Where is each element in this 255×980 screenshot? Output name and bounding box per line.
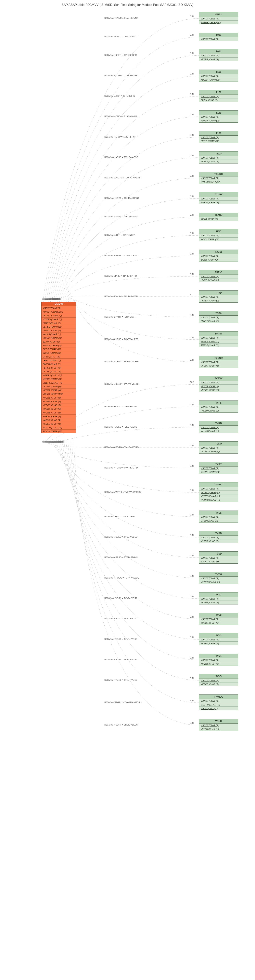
green-row: MANDT [CLNT (3)]: [199, 658, 238, 662]
green-box-t691p: T691PMANDT [CLNT (3)]KABSS [CHAR (4)]: [199, 151, 238, 164]
green-row: MANDT [CLNT (3)]: [199, 381, 238, 385]
green-box-tinc: TINCMANDT [CLNT (3)]INCO1 [CHAR (3)]: [199, 229, 238, 241]
green-row: MANDT [CLNT (3)]: [199, 234, 238, 238]
green-row: MANDT [CLNT (3)]: [199, 487, 238, 491]
green-row: PLTYP [CHAR (2)]: [199, 139, 238, 143]
green-header: TVAST: [199, 331, 238, 336]
green-header: KNA1: [199, 13, 238, 17]
edge-label: 0..N: [190, 336, 194, 339]
edge-label: 0..N: [190, 722, 194, 724]
green-row: KONDA [CHAR (2)]: [199, 119, 238, 123]
green-row: MANDT [CLNT (3)]: [199, 360, 238, 364]
green-row: MANDT [CLNT (3)]: [199, 254, 238, 258]
green-box-kna1: KNA1MANDT [CLNT (3)]KUNNR [CHAR (10)]: [199, 12, 238, 24]
green-header: T000: [199, 33, 238, 37]
edge-label: RJGMVV-VSORT = VBUK-VBELN: [104, 724, 138, 726]
green-row: KKBER [CHAR (4)]: [199, 57, 238, 61]
green-box-tpvd: TPVDMANDT [CLNT (3)]PVKSM [CHAR (2)]: [199, 290, 238, 302]
edge-label: RJGMVV-LIFSD = TVLS-LIFSP: [104, 515, 135, 518]
edge-label: 0..N: [190, 359, 194, 361]
green-row: BZIRK [CHAR (6)]: [199, 99, 238, 102]
green-row: KVGR3 [CHAR (3)]: [199, 642, 238, 645]
edge-label: 1: [190, 294, 191, 296]
green-box-tvv3: TVV3MANDT [CLNT (3)]KVGR3 [CHAR (3)]: [199, 633, 238, 645]
green-header: TVSB: [199, 531, 238, 536]
green-row: STGKU [CHAR (1)]: [199, 560, 238, 563]
diagram-canvas: RJGMVV MANDT [CLNT (3)]KUNNR [CHAR (10)]…: [2, 10, 253, 735]
green-row: VSBED [CHAR (2)]: [199, 539, 238, 543]
green-box-tvtw: TVTWMANDT [CLNT (3)]VTWEG [CHAR (2)]: [199, 572, 238, 584]
main-row: VKORG [CHAR (4)]: [42, 314, 75, 318]
main-row: BZIRK [CHAR (6)]: [42, 340, 75, 344]
green-box-tprio: TPRIOMANDT [CLNT (3)]LPRIO [NUMC (2)]: [199, 270, 238, 282]
green-row: MANDT [CLNT (3)]: [199, 275, 238, 278]
edge-label: 0..N: [190, 195, 194, 197]
edge-label: RJGMVV-INCO1 = TINC-INCO1: [104, 234, 135, 236]
green-row: MANDT [CLNT (3)]: [199, 115, 238, 119]
edge-label: 0..N: [190, 465, 194, 467]
green-box-tspa: TSPAMANDT [CLNT (3)]SPART [CHAR (2)]: [199, 311, 238, 323]
green-box-tjg61: TJG61MANDT [CLNT (3)]IDENT [CHAR (2)]: [199, 250, 238, 262]
edge-label: 0..N: [190, 575, 194, 577]
green-box-t151: T151MANDT [CLNT (3)]KDGRP [CHAR (2)]: [199, 70, 238, 82]
green-row: MANDT [CLNT (3)]: [199, 536, 238, 539]
green-row: MANDT [CLNT (3)]: [199, 405, 238, 409]
green-box-tvv5: TVV5MANDT [CLNT (3)]KVGR5 [CHAR (3)]: [199, 674, 238, 686]
green-row: MEGRU [CHAR (4)]: [199, 703, 238, 706]
green-row: VKGRP [CHAR (3)]: [199, 388, 238, 392]
green-header: TSPA: [199, 311, 238, 316]
edge-label: 0..N: [190, 314, 194, 316]
green-row: MANDT [CLNT (3)]: [199, 679, 238, 682]
green-row: VTWEG [CHAR (2)]: [199, 580, 238, 584]
edge-label: 0..N: [190, 424, 194, 426]
green-row: KTGRD [CHAR (2)]: [199, 470, 238, 474]
main-table: RJGMVV MANDT [CLNT (3)]KUNNR [CHAR (10)]…: [41, 302, 76, 433]
main-row: KALKS [CHAR (1)]: [42, 332, 75, 336]
green-box-t189: T189MANDT [CLNT (3)]PLTYP [CHAR (2)]: [199, 131, 238, 143]
edge-label: 0..N: [190, 555, 194, 557]
edge-label: RJGMVV-VKGRP = TVBVK-VKGRP: [104, 383, 140, 385]
page-title: SAP ABAP table RJGMVV {IS-M/SD: Scr. Fie…: [2, 3, 253, 7]
green-box-tvkwz: TVKWZMANDT [CLNT (3)]VKORG [CHAR (4)]VTW…: [199, 482, 238, 502]
green-header: TVV2: [199, 613, 238, 617]
green-row: PVKSM [CHAR (2)]: [199, 299, 238, 302]
edge-label: 0..N: [190, 34, 194, 36]
green-box-tvls: TVLSMANDT [CLNT (3)]LIFSP [CHAR (2)]: [199, 511, 238, 523]
green-row: VKORG [CHAR (4)]: [199, 450, 238, 453]
edge-label: 0..N: [190, 214, 194, 216]
edge-label: RJGMVV-SPART = TSPA-SPART: [104, 316, 137, 318]
green-header: TVBUR: [199, 356, 238, 360]
green-row: SPART [CHAR (2)]: [199, 319, 238, 323]
green-row: MEINS [UNIT (3)]: [199, 706, 238, 710]
main-row: LIFSD [CHAR (2)]: [42, 355, 75, 359]
green-row: MANDT [CLNT (3)]: [199, 724, 238, 727]
green-row: VTWEG [CHAR (2)]: [199, 495, 238, 498]
green-box-tvko: TVKOMANDT [CLNT (3)]VKORG [CHAR (4)]: [199, 441, 238, 453]
main-row: VKGRP [CHAR (3)]: [42, 385, 75, 388]
green-header: T188: [199, 111, 238, 115]
green-row: KVGR4 [CHAR (3)]: [199, 662, 238, 666]
green-box-t188: T188MANDT [CLNT (3)]KONDA [CHAR (2)]: [199, 110, 238, 123]
edge-label: RJGMVV-KVGR1 = TVV1-KVGR1: [104, 597, 137, 599]
edge-label: RJGMVV-KDGRP = T151-KDGRP: [104, 74, 138, 76]
green-box-tcurv: TCURVMANDT [CLNT (3)]KURST [CHAR (4)]: [199, 192, 238, 204]
edge-label: RJGMVV-KONDA = T188-KONDA: [104, 115, 138, 118]
green-row: VKBUR [CHAR (4)]: [199, 364, 238, 368]
green-row: MANDT [CLNT (3)]: [199, 617, 238, 621]
edge-label: RJGMVV-FAKSD = TVFS-FAKSP: [104, 405, 137, 407]
green-box-tvsd: TVSDMANDT [CLNT (3)]STGKU [CHAR (1)]: [199, 551, 238, 563]
main-row: VSORT [CHAR (10)]: [42, 392, 75, 396]
main-row: VKBUR [CHAR (4)]: [42, 388, 75, 392]
main-row: KVGR3 [CHAR (3)]: [42, 403, 75, 407]
green-box-t171: T171MANDT [CLNT (3)]BZIRK [CHAR (6)]: [199, 90, 238, 102]
edge-label: 1..N: [190, 700, 194, 702]
green-header: T151: [199, 70, 238, 74]
green-row: LIFSP [CHAR (2)]: [199, 519, 238, 522]
edge-label: RJGMVV-KVGR5 = TVV5-KVGR5: [104, 679, 137, 681]
edge-label: RJGMVV-PLTYP = T189-PLTYP: [104, 135, 135, 138]
green-row: KURST [CHAR (4)]: [199, 200, 238, 204]
edge-label: RJGMVV-VTWEG = TVTW-VTWEG: [104, 577, 139, 579]
edge-label: RJGMVV-PERRL = TFACD-IDENT: [104, 215, 138, 218]
edge-label: 0..N: [190, 514, 194, 516]
green-box-tvv4: TVV4MANDT [CLNT (3)]KVGR4 [CHAR (3)]: [199, 654, 238, 666]
